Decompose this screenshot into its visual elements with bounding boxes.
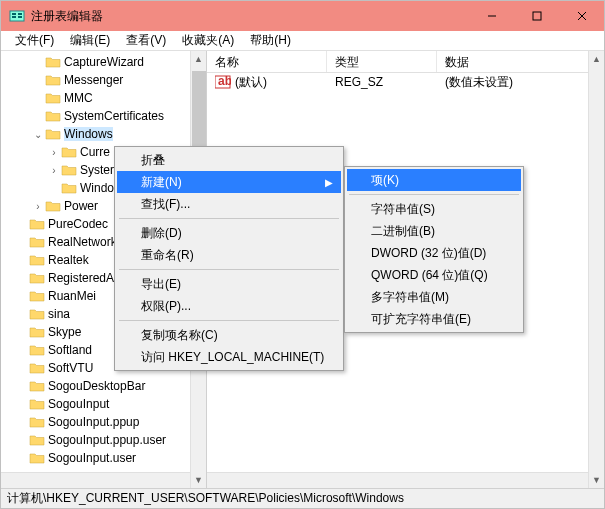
- folder-icon: [29, 235, 45, 249]
- ctx-export-label: 导出(E): [141, 276, 181, 293]
- ctx-new-multi-label: 多字符串值(M): [371, 289, 449, 306]
- tree-node-label: Messenger: [64, 73, 123, 87]
- ctx-copykey-label: 复制项名称(C): [141, 327, 218, 344]
- tree-node[interactable]: SogouInput.ppup.user: [1, 431, 206, 449]
- ctx-new[interactable]: 新建(N) ▶: [117, 171, 341, 193]
- folder-icon: [29, 271, 45, 285]
- minimize-button[interactable]: [469, 1, 514, 31]
- ctx-new-binary-label: 二进制值(B): [371, 223, 435, 240]
- list-scrollbar[interactable]: ▲ ▼: [588, 51, 604, 488]
- col-type[interactable]: 类型: [327, 51, 437, 72]
- folder-icon: [29, 217, 45, 231]
- ctx-new-expand[interactable]: 可扩充字符串值(E): [347, 308, 521, 330]
- menu-help[interactable]: 帮助(H): [242, 30, 299, 51]
- menu-view[interactable]: 查看(V): [118, 30, 174, 51]
- tree-node-label: Softland: [48, 343, 92, 357]
- col-data[interactable]: 数据: [437, 51, 604, 72]
- tree-node-label: RuanMei: [48, 289, 96, 303]
- folder-icon: [61, 181, 77, 195]
- context-menu: 折叠 新建(N) ▶ 查找(F)... 删除(D) 重命名(R) 导出(E) 权…: [114, 146, 344, 371]
- ctx-permissions[interactable]: 权限(P)...: [117, 295, 341, 317]
- ctx-new-dword[interactable]: DWORD (32 位)值(D): [347, 242, 521, 264]
- svg-rect-4: [18, 16, 22, 18]
- tree-node-label: SystemCertificates: [64, 109, 164, 123]
- tree-node[interactable]: ⌄Windows: [1, 125, 206, 143]
- ctx-goto[interactable]: 访问 HKEY_LOCAL_MACHINE(T): [117, 346, 341, 368]
- chevron-right-icon[interactable]: ›: [47, 147, 61, 158]
- statusbar: 计算机\HKEY_CURRENT_USER\SOFTWARE\Policies\…: [1, 488, 604, 508]
- maximize-button[interactable]: [514, 1, 559, 31]
- tree-node-label: Realtek: [48, 253, 89, 267]
- menu-favorites[interactable]: 收藏夹(A): [174, 30, 242, 51]
- tree-node-label: SoftVTU: [48, 361, 93, 375]
- chevron-down-icon[interactable]: ⌄: [31, 129, 45, 140]
- tree-node-label: SogouInput: [48, 397, 109, 411]
- tree-node[interactable]: MMC: [1, 89, 206, 107]
- chevron-right-icon[interactable]: ›: [31, 201, 45, 212]
- tree-node-label: SogouInput.user: [48, 451, 136, 465]
- tree-node-label: Power: [64, 199, 98, 213]
- ctx-delete-label: 删除(D): [141, 225, 182, 242]
- tree-node-label: Skype: [48, 325, 81, 339]
- tree-node[interactable]: SogouDesktopBar: [1, 377, 206, 395]
- tree-node[interactable]: SystemCertificates: [1, 107, 206, 125]
- tree-node[interactable]: CaptureWizard: [1, 53, 206, 71]
- folder-icon: [45, 55, 61, 69]
- separator: [119, 218, 339, 219]
- list-hscrollbar[interactable]: [207, 472, 588, 488]
- tree-node[interactable]: SogouInput.user: [1, 449, 206, 467]
- folder-icon: [29, 397, 45, 411]
- ctx-new-multi[interactable]: 多字符串值(M): [347, 286, 521, 308]
- ctx-new-dword-label: DWORD (32 位)值(D): [371, 245, 486, 262]
- ctx-collapse[interactable]: 折叠: [117, 149, 341, 171]
- tree-node-label: Windows: [64, 127, 113, 141]
- ctx-export[interactable]: 导出(E): [117, 273, 341, 295]
- ctx-rename-label: 重命名(R): [141, 247, 194, 264]
- chevron-right-icon[interactable]: ›: [47, 165, 61, 176]
- ctx-delete[interactable]: 删除(D): [117, 222, 341, 244]
- list-row[interactable]: ab (默认) REG_SZ (数值未设置): [207, 73, 604, 91]
- folder-icon: [45, 73, 61, 87]
- separator: [119, 269, 339, 270]
- menu-edit[interactable]: 编辑(E): [62, 30, 118, 51]
- ctx-new-binary[interactable]: 二进制值(B): [347, 220, 521, 242]
- col-name[interactable]: 名称: [207, 51, 327, 72]
- ctx-new-key[interactable]: 项(K): [347, 169, 521, 191]
- folder-icon: [29, 307, 45, 321]
- tree-node[interactable]: SogouInput: [1, 395, 206, 413]
- ctx-new-qword[interactable]: QWORD (64 位)值(Q): [347, 264, 521, 286]
- tree-node-label: Syster: [80, 163, 114, 177]
- svg-rect-3: [18, 13, 22, 15]
- tree-hscrollbar[interactable]: [1, 472, 190, 488]
- titlebar: 注册表编辑器: [1, 1, 604, 31]
- svg-rect-1: [12, 13, 16, 15]
- close-button[interactable]: [559, 1, 604, 31]
- folder-icon: [45, 109, 61, 123]
- svg-rect-6: [533, 12, 541, 20]
- folder-icon: [29, 379, 45, 393]
- ctx-find[interactable]: 查找(F)...: [117, 193, 341, 215]
- scroll-down-icon[interactable]: ▼: [194, 472, 203, 488]
- tree-node[interactable]: SogouInput.ppup: [1, 413, 206, 431]
- folder-icon: [29, 343, 45, 357]
- ctx-copykey[interactable]: 复制项名称(C): [117, 324, 341, 346]
- ctx-rename[interactable]: 重命名(R): [117, 244, 341, 266]
- cell-data: (数值未设置): [437, 74, 604, 91]
- folder-icon: [61, 163, 77, 177]
- folder-icon: [45, 127, 61, 141]
- submenu-arrow-icon: ▶: [325, 177, 333, 188]
- scroll-down-icon[interactable]: ▼: [592, 472, 601, 488]
- ctx-collapse-label: 折叠: [141, 152, 165, 169]
- scroll-up-icon[interactable]: ▲: [592, 51, 601, 67]
- separator: [119, 320, 339, 321]
- string-value-icon: ab: [215, 75, 231, 89]
- menu-file[interactable]: 文件(F): [7, 30, 62, 51]
- status-path: 计算机\HKEY_CURRENT_USER\SOFTWARE\Policies\…: [7, 490, 404, 507]
- folder-icon: [29, 415, 45, 429]
- tree-node[interactable]: Messenger: [1, 71, 206, 89]
- list-header: 名称 类型 数据: [207, 51, 604, 73]
- tree-node-label: sina: [48, 307, 70, 321]
- scroll-up-icon[interactable]: ▲: [194, 51, 203, 67]
- ctx-new-string[interactable]: 字符串值(S): [347, 198, 521, 220]
- tree-node-label: Curre: [80, 145, 110, 159]
